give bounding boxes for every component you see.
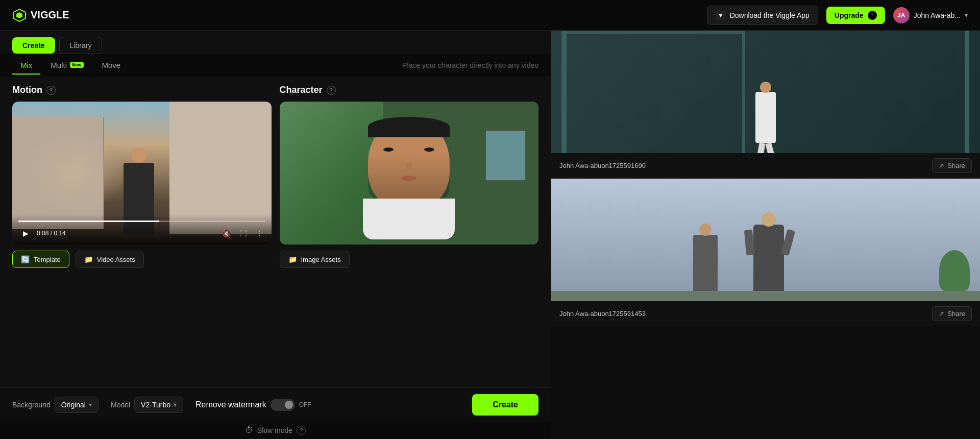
watermark-toggle[interactable] [271, 399, 295, 411]
bottom-bar: Background Original ▾ Model V2-Turbo ▾ R… [0, 387, 551, 422]
topbar-actions: ▼ Download the Viggle App Upgrade ↑ JA J… [707, 6, 968, 25]
library-tab[interactable]: Library [59, 37, 103, 54]
template-button[interactable]: 🔄 Template [12, 251, 69, 268]
progress-fill [18, 221, 159, 222]
video-progress-bar[interactable] [18, 221, 265, 222]
upgrade-arrow-icon: ↑ [868, 11, 877, 20]
more-options-icon[interactable]: ⋮ [253, 227, 265, 239]
watermark-toggle-container: Remove watermark OFF [195, 399, 311, 411]
user-profile[interactable]: JA John Awa-ab... ▾ [893, 7, 968, 23]
share-icon-2: ↗ [939, 310, 944, 318]
create-button[interactable]: Create [472, 394, 538, 416]
mute-icon[interactable]: 🔇 [220, 227, 233, 239]
tab-multi[interactable]: Multi New [42, 57, 91, 75]
avatar: JA [893, 7, 910, 23]
chevron-down-icon: ▾ [965, 12, 968, 19]
model-field: Model V2-Turbo ▾ [111, 397, 183, 413]
new-badge: New [70, 62, 84, 68]
create-tab[interactable]: Create [12, 37, 55, 54]
image-assets-icon: 📁 [288, 255, 297, 263]
share-button-2[interactable]: ↗ Share [932, 306, 972, 321]
svg-marker-1 [16, 12, 22, 18]
controls-right: 🔇 ⛶ ⋮ [220, 227, 265, 239]
video-controls: ▶ 0:08 / 0:14 🔇 ⛶ ⋮ [12, 214, 272, 245]
hair [368, 117, 450, 137]
ground [551, 291, 980, 301]
download-icon: ▼ [716, 10, 726, 20]
background-value: Original [61, 401, 86, 409]
image-assets-button[interactable]: 📁 Image Assets [280, 251, 350, 268]
motion-title-row: Motion ? [12, 85, 272, 95]
character-info-icon[interactable]: ? [327, 86, 336, 95]
motion-asset-btns: 🔄 Template 📁 Video Assets [12, 251, 272, 268]
template-label: Template [34, 256, 61, 263]
play-button[interactable]: ▶ [18, 226, 33, 240]
character-title: Character [280, 85, 323, 95]
character-image-container [280, 102, 539, 245]
toggle-state-label: OFF [299, 401, 311, 408]
background-dropdown[interactable]: Original ▾ [55, 397, 99, 413]
right-eye [424, 148, 434, 152]
viggle-logo-icon [12, 8, 27, 22]
lips [401, 176, 416, 181]
watermark-label: Remove watermark [195, 400, 266, 409]
standing-person-head [762, 212, 776, 227]
motion-title: Motion [12, 85, 42, 95]
running-person-body [755, 92, 776, 143]
left-eye [383, 148, 394, 152]
nav-hint: Place your character directly into any v… [402, 61, 538, 69]
model-dropdown[interactable]: V2-Turbo ▾ [134, 397, 183, 413]
motion-person-head [131, 148, 146, 163]
nose [406, 163, 412, 171]
slow-mode-info-icon[interactable]: ? [297, 426, 306, 435]
tree [939, 250, 970, 291]
gallery-image-1 [551, 31, 980, 153]
upgrade-button[interactable]: Upgrade ↑ [826, 7, 885, 24]
card-footer-1: John Awa-abuon1725591690 ↗ Share [551, 153, 980, 178]
tab-move[interactable]: Move [94, 57, 129, 75]
gallery-card-1: John Awa-abuon1725591690 ↗ Share [551, 31, 980, 178]
motion-section: Motion ? [12, 85, 272, 379]
slow-mode-bar: ⏱ Slow mode ? [0, 422, 551, 439]
image-assets-label: Image Assets [301, 256, 341, 263]
share-button-1[interactable]: ↗ Share [932, 158, 972, 173]
standing-person-body [753, 225, 784, 296]
character-title-row: Character ? [280, 85, 539, 95]
slow-mode-icon: ⏱ [245, 426, 253, 435]
background-label: Background [12, 401, 51, 409]
video-assets-icon: 📁 [84, 255, 93, 263]
toggle-knob [285, 401, 293, 409]
background-field: Background Original ▾ [12, 397, 99, 413]
motion-info-icon[interactable]: ? [46, 86, 56, 95]
model-dropdown-arrow: ▾ [174, 401, 177, 408]
share-icon-1: ↗ [939, 162, 944, 169]
download-label: Download the Viggle App [730, 11, 810, 19]
template-icon: 🔄 [21, 255, 30, 263]
fullscreen-icon[interactable]: ⛶ [237, 227, 249, 239]
left-panel: Create Library Mix Multi New Move Place … [0, 31, 551, 439]
model-value: V2-Turbo [141, 401, 170, 409]
controls-row: ▶ 0:08 / 0:14 🔇 ⛶ ⋮ [18, 226, 265, 240]
smoke-effect [22, 132, 125, 214]
brand-logo: VIGGLE [12, 8, 69, 22]
second-person-body [693, 235, 718, 296]
controls-left: ▶ 0:08 / 0:14 [18, 226, 66, 240]
bg-window [485, 130, 526, 181]
topbar: VIGGLE ▼ Download the Viggle App Upgrade… [0, 0, 980, 31]
card-footer-2: John Awa-abuon1725591453 ↗ Share [551, 301, 980, 326]
video-assets-button[interactable]: 📁 Video Assets [76, 251, 144, 268]
character-face [368, 117, 450, 209]
second-person-head [699, 224, 712, 236]
left-column [562, 31, 567, 153]
model-label: Model [111, 401, 130, 409]
character-section: Character ? [280, 85, 539, 379]
user-name: John Awa-ab... [914, 11, 961, 19]
card-title-1: John Awa-abuon1725591690 [559, 162, 646, 169]
gallery-image-2 [551, 179, 980, 301]
gallery-card-2: John Awa-abuon1725591453 ↗ Share [551, 179, 980, 326]
video-time: 0:08 / 0:14 [37, 230, 66, 237]
tab-mix[interactable]: Mix [12, 57, 40, 75]
download-app-button[interactable]: ▼ Download the Viggle App [707, 6, 818, 25]
upgrade-label: Upgrade [835, 11, 864, 19]
running-person-head [760, 82, 771, 93]
